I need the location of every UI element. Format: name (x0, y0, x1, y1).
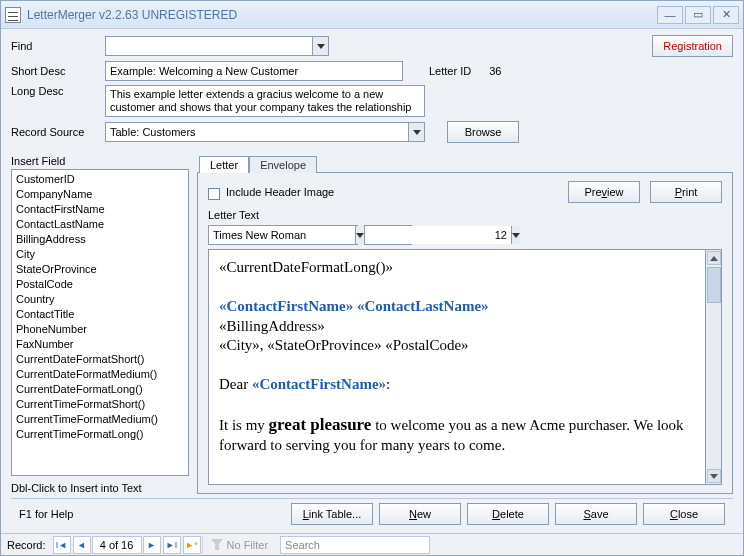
save-button[interactable]: Save (555, 503, 637, 525)
field-list-item[interactable]: Country (16, 292, 184, 307)
filter-indicator[interactable]: No Filter (202, 536, 277, 554)
include-header-label: Include Header Image (226, 186, 334, 198)
letter-tab-panel: Include Header Image Preview Print Lette… (197, 172, 733, 494)
prev-record-button[interactable]: ◄ (73, 536, 91, 554)
field-list-item[interactable]: City (16, 247, 184, 262)
minimize-button[interactable]: — (657, 6, 683, 24)
find-label: Find (11, 40, 99, 52)
fontsize-input[interactable] (365, 226, 511, 244)
shortdesc-label: Short Desc (11, 65, 99, 77)
letterid-label: Letter ID (429, 65, 471, 77)
insert-field-header: Insert Field (11, 155, 189, 167)
record-search-box[interactable] (280, 536, 430, 554)
field-list-item[interactable]: CurrentTimeFormatMedium() (16, 412, 184, 427)
preview-button[interactable]: Preview (568, 181, 640, 203)
field-list[interactable]: CustomerIDCompanyNameContactFirstNameCon… (11, 169, 189, 476)
last-record-button[interactable]: ►I (163, 536, 181, 554)
titlebar: LetterMerger v2.2.63 UNREGISTERED — ▭ ✕ (1, 1, 743, 29)
scroll-up-button[interactable] (707, 251, 721, 265)
new-button[interactable]: New (379, 503, 461, 525)
recordsource-combo[interactable] (105, 122, 425, 142)
app-window: LetterMerger v2.2.63 UNREGISTERED — ▭ ✕ … (0, 0, 744, 556)
window-title: LetterMerger v2.2.63 UNREGISTERED (27, 8, 237, 22)
close-button[interactable]: Close (643, 503, 725, 525)
field-list-item[interactable]: CurrentDateFormatShort() (16, 352, 184, 367)
find-input[interactable] (106, 37, 312, 55)
field-list-item[interactable]: CurrentTimeFormatShort() (16, 397, 184, 412)
record-label: Record: (1, 539, 52, 551)
font-dropdown-button[interactable] (355, 226, 364, 244)
fontsize-combo[interactable] (364, 225, 412, 245)
letter-editor[interactable]: «CurrentDateFormatLong()» «ContactFirstN… (208, 249, 706, 485)
font-combo[interactable] (208, 225, 358, 245)
recordsource-input[interactable] (106, 123, 408, 141)
tab-envelope[interactable]: Envelope (249, 156, 317, 173)
font-input[interactable] (209, 226, 355, 244)
help-hint: F1 for Help (19, 508, 73, 520)
print-button[interactable]: Print (650, 181, 722, 203)
longdesc-input[interactable]: This example letter extends a gracius we… (105, 85, 425, 117)
field-list-item[interactable]: CompanyName (16, 187, 184, 202)
browse-button[interactable]: Browse (447, 121, 519, 143)
field-list-item[interactable]: ContactFirstName (16, 202, 184, 217)
field-list-item[interactable]: ContactTitle (16, 307, 184, 322)
field-list-item[interactable]: FaxNumber (16, 337, 184, 352)
record-navigation-bar: Record: I◄ ◄ ► ►I ►* No Filter (1, 533, 743, 555)
include-header-checkbox[interactable] (208, 188, 220, 200)
field-list-item[interactable]: CurrentTimeFormatLong() (16, 427, 184, 442)
recordsource-dropdown-button[interactable] (408, 123, 424, 141)
field-list-item[interactable]: CustomerID (16, 172, 184, 187)
fontsize-dropdown-button[interactable] (511, 226, 520, 244)
scroll-down-button[interactable] (707, 469, 721, 483)
delete-button[interactable]: Delete (467, 503, 549, 525)
funnel-icon (211, 539, 223, 551)
field-list-item[interactable]: CurrentDateFormatLong() (16, 382, 184, 397)
close-window-button[interactable]: ✕ (713, 6, 739, 24)
tab-letter[interactable]: Letter (199, 156, 249, 173)
first-record-button[interactable]: I◄ (53, 536, 71, 554)
link-table-button[interactable]: Link Table... (291, 503, 373, 525)
field-list-item[interactable]: BillingAddress (16, 232, 184, 247)
right-column: Letter Envelope Include Header Image Pre… (197, 155, 733, 494)
scroll-thumb[interactable] (707, 267, 721, 303)
next-record-button[interactable]: ► (143, 536, 161, 554)
record-position-input[interactable] (92, 536, 142, 554)
letterid-value: 36 (489, 65, 501, 77)
field-list-item[interactable]: PostalCode (16, 277, 184, 292)
restore-button[interactable]: ▭ (685, 6, 711, 24)
content-area: Find Registration Short Desc Letter ID 3… (1, 29, 743, 533)
new-record-button[interactable]: ►* (183, 536, 201, 554)
app-icon (5, 7, 21, 23)
recordsource-label: Record Source (11, 126, 99, 138)
registration-button[interactable]: Registration (652, 35, 733, 57)
find-dropdown-button[interactable] (312, 37, 328, 55)
field-list-item[interactable]: ContactLastName (16, 217, 184, 232)
longdesc-label: Long Desc (11, 85, 99, 97)
insert-hint: Dbl-Click to Insert into Text (11, 482, 189, 494)
tabstrip: Letter Envelope (199, 155, 733, 172)
field-list-item[interactable]: StateOrProvince (16, 262, 184, 277)
lettertext-label: Letter Text (208, 209, 722, 221)
editor-scrollbar[interactable] (706, 249, 722, 485)
shortdesc-input[interactable] (105, 61, 403, 81)
field-list-item[interactable]: CurrentDateFormatMedium() (16, 367, 184, 382)
field-list-item[interactable]: PhoneNumber (16, 322, 184, 337)
insert-field-column: Insert Field CustomerIDCompanyNameContac… (11, 155, 189, 494)
find-combo[interactable] (105, 36, 329, 56)
